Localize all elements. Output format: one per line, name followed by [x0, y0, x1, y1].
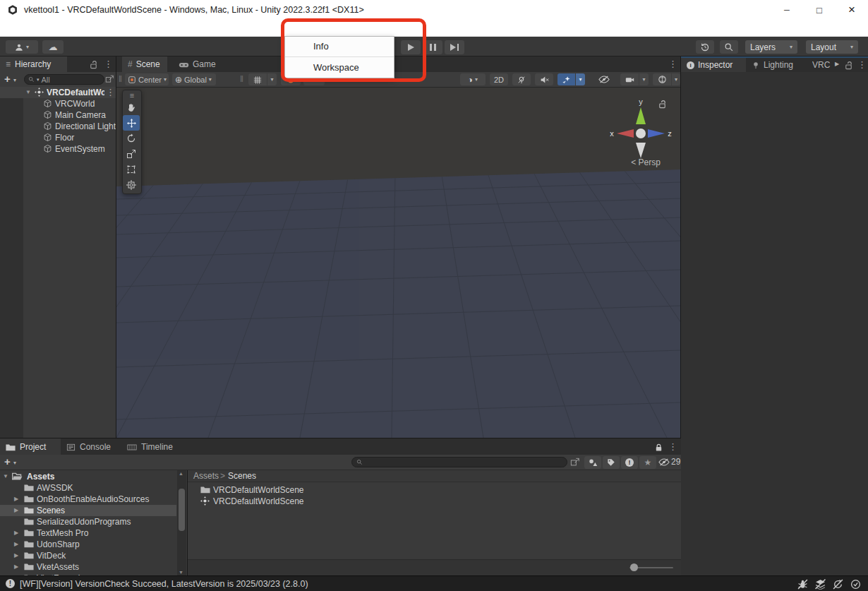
search-everywhere-button[interactable] [720, 40, 738, 54]
undo-history-button[interactable] [696, 40, 714, 54]
scene-kebab-icon[interactable]: ⋮ [106, 87, 115, 98]
hierarchy-scene-row[interactable]: ▼ VRCDefaultWorldScene ⋮ [0, 87, 116, 98]
grid-visibility-button[interactable] [248, 73, 267, 85]
scene-camera-button[interactable] [620, 73, 639, 85]
search-by-type-button[interactable] [584, 456, 601, 469]
scroll-up-icon[interactable]: ▲ [179, 471, 183, 476]
layout-dropdown[interactable]: Layout ▾ [806, 40, 858, 54]
debugger-detached-icon[interactable] [797, 579, 808, 590]
scene-viewport[interactable]: ≡ y x z < Persp [116, 88, 681, 438]
breadcrumb-scenes[interactable]: Scenes [228, 470, 256, 482]
palette-drag-handle[interactable]: ≡ [123, 90, 141, 100]
tree-item[interactable]: ▶ VketAssets [0, 561, 176, 573]
lock-icon[interactable] [654, 443, 663, 452]
tab-inspector[interactable]: i Inspector [681, 58, 746, 72]
tree-item[interactable]: ▶ VitDeck [0, 550, 176, 561]
unlock-icon[interactable] [89, 60, 98, 69]
zoom-slider-thumb[interactable] [630, 563, 638, 571]
tree-item[interactable]: ▶ OnBoothEnableAudioSources [0, 494, 176, 505]
collapse-arrow-icon[interactable]: ▼ [3, 471, 8, 482]
2d-mode-button[interactable]: 2D [490, 73, 508, 85]
maximize-button[interactable]: □ [803, 0, 836, 20]
hierarchy-item[interactable]: VRCWorld [0, 98, 116, 109]
inspector-menu-kebab-icon[interactable]: ⋮ [857, 59, 867, 70]
scroll-down-icon[interactable]: ▼ [179, 570, 183, 575]
gizmos-button[interactable] [653, 73, 671, 85]
perspective-label[interactable]: < Persp [617, 157, 674, 167]
expand-arrow-icon[interactable]: ▶ [14, 539, 18, 550]
expand-arrow-icon[interactable]: ▶ [14, 550, 18, 561]
pick-window-icon[interactable] [105, 75, 114, 84]
gizmo-lock-icon[interactable] [658, 100, 667, 109]
tab-vrc-truncated[interactable]: VRC [812, 58, 833, 72]
tab-console[interactable]: Console [66, 438, 121, 455]
tree-item[interactable]: AWSSDK [0, 482, 176, 494]
menu-item-info[interactable]: Info [285, 37, 394, 56]
scene-effects-toggle[interactable] [557, 73, 575, 85]
step-button[interactable] [445, 40, 464, 54]
scene-effects-dropdown[interactable]: ▾ [576, 73, 585, 85]
cache-server-off-icon[interactable] [815, 579, 826, 590]
hierarchy-item[interactable]: EventSystem [0, 143, 116, 155]
tab-overflow-arrow-icon[interactable]: ▶ [835, 61, 839, 67]
breadcrumb-assets[interactable]: Assets [193, 470, 219, 482]
play-button[interactable] [401, 40, 421, 54]
scene-menu-kebab-icon[interactable]: ⋮ [668, 59, 677, 69]
tree-item-assets[interactable]: ▼ Assets [0, 471, 176, 482]
hierarchy-item[interactable]: Floor [0, 132, 116, 143]
chevron-down-icon[interactable]: ▾ [13, 460, 16, 466]
grid-axis-dropdown[interactable]: ▾ [267, 73, 277, 85]
status-message[interactable]: [WF][Version] VersionCheck Succeed, Late… [20, 576, 308, 591]
hidden-objects-toggle[interactable] [593, 73, 615, 85]
transform-tool-button[interactable] [123, 177, 140, 193]
expand-arrow-icon[interactable]: ▶ [14, 505, 18, 516]
add-object-button[interactable]: + [4, 73, 11, 85]
project-menu-kebab-icon[interactable]: ⋮ [668, 441, 677, 452]
scene-camera-dropdown[interactable]: ▾ [639, 73, 649, 85]
cloud-button[interactable]: ☁ [42, 40, 64, 54]
file-item-scene[interactable]: VRCDefaultWorldScene [188, 496, 675, 507]
chevron-down-icon[interactable]: ▾ [13, 77, 16, 83]
tab-timeline[interactable]: Timeline [127, 438, 186, 455]
scale-tool-button[interactable] [123, 146, 140, 162]
close-button[interactable]: × [836, 0, 868, 20]
favorites-button[interactable]: ★ [639, 456, 656, 469]
rotate-tool-button[interactable] [123, 131, 140, 146]
pick-window-icon[interactable] [570, 458, 580, 467]
move-tool-button[interactable] [123, 115, 140, 131]
layers-dropdown[interactable]: Layers ▾ [745, 40, 797, 54]
tab-lighting[interactable]: Lighting [752, 58, 807, 72]
account-button[interactable]: ▾ [6, 40, 38, 54]
collapse-arrow-icon[interactable]: ▼ [25, 87, 31, 98]
tab-project[interactable]: Project [0, 438, 61, 455]
shading-mode-dropdown[interactable]: ◑ ▾ [460, 73, 486, 85]
hierarchy-item[interactable]: Directional Light [0, 121, 116, 132]
project-search-input[interactable] [351, 457, 567, 467]
unlock-icon[interactable] [844, 61, 853, 70]
search-by-label-button[interactable] [603, 456, 620, 469]
tree-item[interactable]: ▶ UdonSharp [0, 539, 176, 550]
tree-item[interactable]: ▶ TextMesh Pro [0, 527, 176, 539]
tab-hierarchy[interactable]: ≡ Hierarchy [0, 56, 67, 72]
scene-audio-toggle[interactable] [535, 73, 553, 85]
hierarchy-menu-kebab-icon[interactable]: ⋮ [104, 59, 113, 69]
scene-lighting-toggle[interactable] [512, 73, 531, 85]
hierarchy-search-input[interactable]: ▾ All [24, 74, 104, 85]
tab-scene[interactable]: # Scene [122, 56, 167, 72]
menu-item-workspace[interactable]: Workspace [285, 57, 394, 78]
pause-button[interactable] [423, 40, 442, 54]
pivot-mode-button[interactable]: Center ▾ [125, 73, 169, 85]
tree-scrollbar[interactable]: ▲ ▼ [177, 470, 186, 575]
search-importlog-button[interactable]: ! [621, 456, 638, 469]
gizmos-dropdown[interactable]: ▾ [672, 73, 680, 85]
expand-arrow-icon[interactable]: ▶ [14, 527, 18, 539]
expand-arrow-icon[interactable]: ▶ [14, 494, 18, 505]
tree-item-selected[interactable]: ▶ Scenes [0, 505, 176, 516]
expand-arrow-icon[interactable]: ▶ [14, 561, 18, 573]
rect-tool-button[interactable] [123, 162, 140, 177]
scrollbar-thumb[interactable] [179, 489, 185, 531]
hierarchy-item[interactable]: Main Camera [0, 109, 116, 121]
tab-game[interactable]: Game [173, 56, 222, 72]
tree-item[interactable]: SerializedUdonPrograms [0, 516, 176, 527]
activity-ok-icon[interactable] [850, 579, 861, 590]
